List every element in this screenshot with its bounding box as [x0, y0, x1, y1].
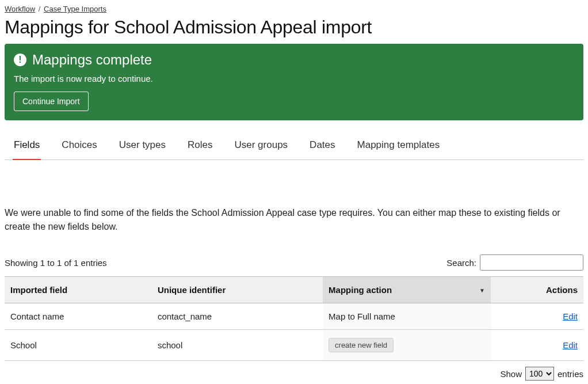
banner-text: The import is now ready to continue.: [14, 74, 574, 83]
success-banner: ! Mappings complete The import is now re…: [5, 44, 583, 120]
breadcrumb-case-type-imports-link[interactable]: Case Type Imports: [44, 5, 106, 13]
col-actions: Actions: [491, 277, 583, 303]
cell-unique-identifier: school: [152, 330, 323, 361]
tab-choices[interactable]: Choices: [60, 132, 98, 160]
breadcrumb-workflow-link[interactable]: Workflow: [5, 5, 35, 13]
page-title: Mappings for School Admission Appeal imp…: [5, 17, 583, 38]
breadcrumb-separator: /: [39, 5, 41, 13]
continue-import-button[interactable]: Continue Import: [14, 92, 89, 111]
col-imported-field[interactable]: Imported field: [5, 277, 152, 303]
cell-mapping-action: Map to Full name: [323, 303, 491, 330]
intro-text: We were unable to find some of the field…: [5, 206, 583, 234]
breadcrumb: Workflow / Case Type Imports: [5, 5, 583, 13]
tab-user-types[interactable]: User types: [118, 132, 167, 160]
table-row: Contact namecontact_nameMap to Full name…: [5, 303, 583, 330]
edit-link[interactable]: Edit: [563, 340, 578, 350]
search-input[interactable]: [480, 254, 583, 271]
entries-info: Showing 1 to 1 of 1 entries: [5, 258, 107, 268]
cell-mapping-action: create new field: [323, 330, 491, 361]
show-prefix: Show: [500, 369, 522, 379]
exclamation-icon: !: [14, 54, 26, 66]
fields-table: Imported field Unique identifier Mapping…: [5, 276, 583, 361]
tab-fields[interactable]: Fields: [13, 132, 41, 160]
table-length-control: Show 102550100 entries: [5, 367, 583, 381]
sort-desc-icon: ▼: [479, 287, 485, 293]
tab-roles[interactable]: Roles: [186, 132, 213, 160]
cell-imported-field: Contact name: [5, 303, 152, 330]
table-row: Schoolschoolcreate new fieldEdit: [5, 330, 583, 361]
search-wrap: Search:: [446, 254, 583, 271]
tab-dates[interactable]: Dates: [308, 132, 336, 160]
col-unique-identifier[interactable]: Unique identifier: [152, 277, 323, 303]
cell-actions: Edit: [491, 303, 583, 330]
tab-user-groups[interactable]: User groups: [234, 132, 289, 160]
tab-mapping-templates[interactable]: Mapping templates: [356, 132, 441, 160]
banner-title: Mappings complete: [32, 52, 152, 68]
edit-link[interactable]: Edit: [563, 311, 578, 321]
tabs: Fields Choices User types Roles User gro…: [5, 132, 583, 160]
cell-unique-identifier: contact_name: [152, 303, 323, 330]
page-size-select[interactable]: 102550100: [525, 367, 554, 381]
cell-imported-field: School: [5, 330, 152, 361]
search-label: Search:: [446, 258, 476, 268]
show-suffix: entries: [558, 369, 583, 379]
create-new-field-chip: create new field: [329, 338, 394, 352]
cell-actions: Edit: [491, 330, 583, 361]
col-mapping-action-label: Mapping action: [329, 285, 392, 295]
col-mapping-action[interactable]: Mapping action ▼: [323, 277, 491, 303]
